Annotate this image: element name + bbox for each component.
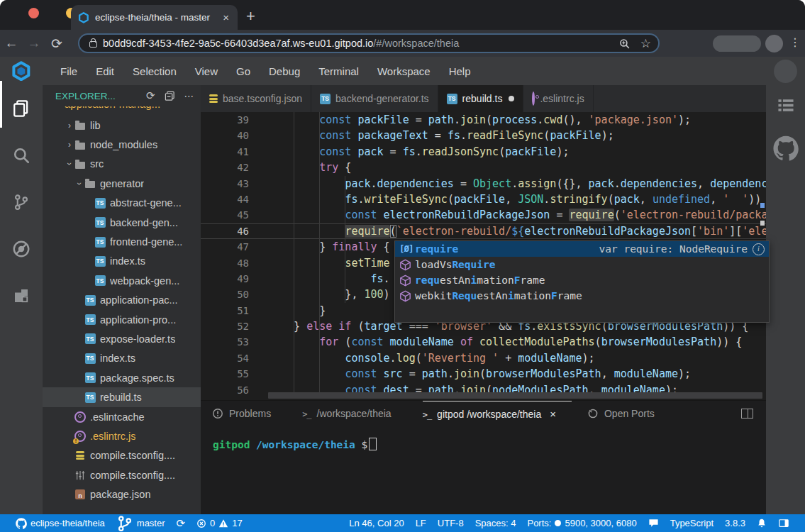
tree-item-index.ts[interactable]: TSindex.ts — [43, 252, 201, 271]
tree-item-clipped[interactable]: application-manag... — [43, 106, 201, 116]
tree-item-.eslintcache[interactable]: .eslintcache — [43, 407, 201, 426]
tree-item-backend-gen...[interactable]: TSbackend-gen... — [43, 213, 201, 232]
status-ts-version[interactable]: 3.8.3 — [719, 518, 751, 528]
split-panel-icon[interactable] — [741, 409, 753, 419]
suggest-item[interactable]: requestAnimationFrame — [395, 272, 769, 288]
code-line-44[interactable]: 44 fs.writeFileSync(packFile, JSON.strin… — [201, 192, 766, 207]
refresh-icon[interactable]: ⟳ — [146, 89, 155, 102]
source-control-icon[interactable] — [0, 179, 43, 226]
status-notifications[interactable] — [751, 518, 772, 528]
tree-item-package.json[interactable]: npackage.json — [43, 484, 201, 504]
editor-tab-.eslintrc.js[interactable]: .eslintrc.js — [523, 85, 593, 112]
chevron-down-icon[interactable]: › — [65, 159, 74, 169]
status-cursor-position[interactable]: Ln 46, Col 20 — [343, 518, 409, 528]
code-line-43[interactable]: 43 pack.dependencies = Object.assign({},… — [201, 176, 766, 192]
code-line-55[interactable]: 55 const src = path.join(browserModulesP… — [201, 366, 766, 382]
terminal-view[interactable]: gitpod /workspace/theia $ — [201, 426, 766, 450]
tree-item-application-pac...[interactable]: TSapplication-pac... — [43, 291, 201, 310]
code-line-46[interactable]: 46 require(`electron-rebuild/${electronR… — [201, 223, 766, 239]
panel-tab-Problems[interactable]: Problems — [212, 401, 287, 426]
forward-button[interactable]: → — [23, 35, 45, 51]
status-ports[interactable]: Ports:5900, 3000, 6080 — [521, 518, 642, 528]
status-problems[interactable]: 017 — [191, 514, 248, 532]
panel-tab-Open-Ports[interactable]: Open Ports — [587, 401, 670, 426]
browser-tab[interactable]: eclipse-theia/theia - master × — [71, 5, 238, 30]
tree-item-application-pro...[interactable]: TSapplication-pro... — [43, 310, 201, 329]
address-bar[interactable]: b0dd9cdf-3453-4fe2-9a5c-66403d3ea7af.ws-… — [78, 33, 660, 53]
status-sync[interactable]: ⟳ — [171, 514, 191, 532]
debug-icon[interactable] — [0, 226, 43, 272]
tree-item-generator[interactable]: ›generator — [43, 174, 201, 193]
status-feedback[interactable] — [643, 518, 665, 528]
tree-item-expose-loader.ts[interactable]: TSexpose-loader.ts — [43, 329, 201, 348]
menu-item-workspace[interactable]: Workspace — [368, 65, 440, 77]
tree-item-package.spec.ts[interactable]: TSpackage.spec.ts — [43, 368, 201, 387]
suggest-item[interactable]: [Ø]requirevar require: NodeRequirei — [395, 241, 769, 257]
close-panel-tab-icon[interactable]: × — [550, 408, 556, 420]
status-repo[interactable]: eclipse-theia/theia — [10, 514, 111, 532]
tree-item-frontend-gene...[interactable]: TSfrontend-gene... — [43, 232, 201, 251]
tree-item-lib[interactable]: ›lib — [43, 116, 201, 135]
menu-item-file[interactable]: File — [51, 65, 87, 77]
collapse-all-icon[interactable] — [165, 91, 175, 101]
tree-item-compile.tsconfig....[interactable]: compile.tsconfig.... — [43, 465, 201, 484]
status-language[interactable]: TypeScript — [665, 518, 719, 528]
menu-item-debug[interactable]: Debug — [260, 65, 309, 77]
tree-item-abstract-gene...[interactable]: TSabstract-gene... — [43, 194, 201, 213]
menu-item-selection[interactable]: Selection — [123, 65, 186, 77]
status-indentation[interactable]: Spaces: 4 — [470, 518, 522, 528]
tree-item-node-modules[interactable]: ›node_modules — [43, 135, 201, 154]
info-icon[interactable]: i — [753, 243, 765, 255]
suggest-item[interactable]: webkitRequestAnimationFrame — [395, 288, 769, 304]
tree-item-webpack-gen...[interactable]: TSwebpack-gen... — [43, 271, 201, 290]
close-window-button[interactable] — [28, 8, 39, 18]
bookmark-star-icon[interactable]: ☆ — [640, 36, 651, 51]
new-tab-button[interactable]: + — [246, 7, 255, 26]
close-tab-icon[interactable]: × — [221, 11, 231, 23]
back-button[interactable]: ← — [0, 35, 23, 51]
status-panel-toggle[interactable] — [772, 518, 795, 528]
browser-menu-icon[interactable]: ⋮ — [789, 35, 801, 49]
avatar-placeholder[interactable] — [774, 60, 797, 83]
search-icon[interactable] — [0, 132, 43, 179]
menu-item-view[interactable]: View — [186, 65, 227, 77]
editor-tab-backend-generator.ts[interactable]: TSbackend-generator.ts — [311, 85, 438, 112]
gitpod-logo-icon[interactable] — [11, 61, 31, 81]
menu-item-help[interactable]: Help — [440, 65, 480, 77]
tree-item-index.ts[interactable]: TSindex.ts — [43, 349, 201, 368]
editor-tab-rebuild.ts[interactable]: TSrebuild.ts — [438, 85, 524, 112]
code-line-41[interactable]: 41 const pack = fs.readJsonSync(packFile… — [201, 144, 766, 160]
menu-item-go[interactable]: Go — [227, 65, 260, 77]
suggest-item[interactable]: loadVsRequire — [395, 257, 769, 272]
chevron-right-icon[interactable]: › — [65, 140, 74, 150]
menu-item-terminal[interactable]: Terminal — [309, 65, 368, 77]
github-icon[interactable] — [766, 135, 805, 161]
code-line-45[interactable]: 45 const electronRebuildPackageJson = re… — [201, 207, 766, 223]
code-line-39[interactable]: 39 const packFile = path.join(process.cw… — [201, 112, 766, 128]
status-eol[interactable]: LF — [410, 518, 432, 528]
tree-item-.eslintrc.js[interactable]: !.eslintrc.js — [43, 426, 201, 445]
files-icon[interactable] — [0, 85, 43, 132]
status-branch[interactable]: master — [111, 514, 171, 532]
editor-tab-base.tsconfig.json[interactable]: base.tsconfig.json — [201, 85, 311, 112]
code-line-40[interactable]: 40 const packageText = fs.readFileSync(p… — [201, 128, 766, 143]
panel-tab-gitpod-workspace-theia[interactable]: >_gitpod /workspace/theia× — [423, 401, 572, 426]
code-line-42[interactable]: 42 try { — [201, 160, 766, 175]
code-line-54[interactable]: 54 console.log('Reverting ' + moduleName… — [201, 350, 766, 366]
status-encoding[interactable]: UTF-8 — [432, 518, 470, 528]
extensions-icon[interactable] — [0, 272, 43, 319]
panel-tab--workspace-theia[interactable]: >_/workspace/theia — [302, 401, 407, 426]
tree-item-compile.tsconfig....[interactable]: compile.tsconfig.... — [43, 446, 201, 465]
horizontal-scrollbar[interactable] — [268, 392, 762, 399]
chevron-down-icon[interactable]: › — [74, 179, 84, 189]
reload-button[interactable]: ⟳ — [45, 35, 68, 52]
tree-item-rebuild.ts[interactable]: TSrebuild.ts — [43, 387, 201, 406]
more-actions-icon[interactable]: ⋯ — [184, 90, 194, 101]
outline-list-icon[interactable] — [766, 97, 805, 116]
tree-item-src[interactable]: ›src — [43, 155, 201, 174]
browser-profile-avatar[interactable] — [765, 35, 783, 52]
chevron-right-icon[interactable]: › — [65, 121, 74, 131]
menu-item-edit[interactable]: Edit — [87, 65, 123, 77]
code-line-53[interactable]: 53 for (const moduleName of collectModul… — [201, 334, 766, 350]
zoom-page-icon[interactable] — [618, 38, 631, 50]
